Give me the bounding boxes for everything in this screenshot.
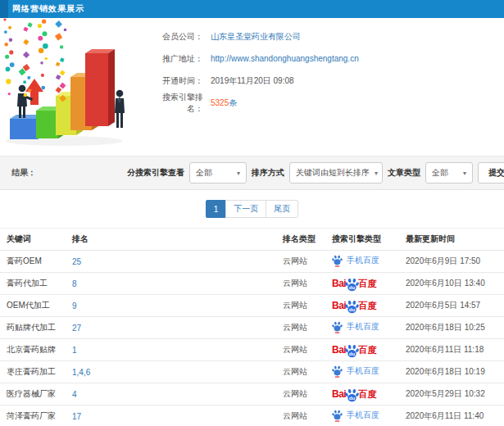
marketing-report-page: 网络营销效果展示 — [0, 0, 504, 426]
engine-cell: Bai du 百度 — [325, 273, 399, 295]
keyword-cell: 枣庄膏药加工 — [0, 361, 66, 383]
keyword-cell: 药贴牌代加工 — [0, 317, 66, 339]
bar-red — [85, 49, 115, 126]
table-row: OEM代加工 9 云网站 Bai du 百度 2020年6月5日 14:57 — [0, 295, 504, 317]
rank-count-value: 5325 — [211, 98, 229, 107]
rank-count-label: 搜索引擎排名： — [148, 92, 203, 115]
keyword-cell: 北京膏药贴牌 — [0, 339, 66, 361]
sort-selected: 关键词由短到长排序 — [296, 167, 370, 179]
submit-button[interactable]: 提交 — [478, 162, 504, 184]
mobile-baidu-label: 手机百度 — [347, 365, 379, 377]
table-row: 药贴牌代加工 27 云网站 手机百度 2020年6月18日 10:25 — [0, 317, 504, 339]
mobile-baidu-icon: 手机百度 — [332, 365, 379, 378]
info-row-company: 会员公司： 山东皇圣堂药业有限公司 — [148, 31, 504, 42]
rank-cell[interactable]: 25 — [66, 251, 276, 273]
mobile-baidu-label: 手机百度 — [347, 255, 379, 266]
engine-cell: Bai du 百度 — [325, 339, 399, 361]
article-type-label: 文章类型 — [388, 167, 420, 179]
baidu-logo-icon: Bai du 百度 — [332, 344, 376, 356]
svg-text:du: du — [349, 284, 356, 289]
header-updated: 最新更新时间 — [399, 229, 504, 251]
pagination: 1 下一页 尾页 — [0, 190, 504, 228]
engine-cell: 手机百度 — [325, 361, 399, 383]
filter-bar: 结果： 分搜索引擎查看 全部 ▾ 排序方式 关键词由短到长排序 ▾ 文章类型 全… — [0, 156, 504, 190]
baidu-logo-icon: Bai du 百度 — [332, 300, 376, 312]
keyword-cell: 膏药OEM — [0, 251, 66, 273]
last-page-button[interactable]: 尾页 — [266, 200, 298, 218]
promo-url-label: 推广地址： — [148, 53, 203, 65]
svg-text:du: du — [349, 306, 356, 311]
company-link[interactable]: 山东皇圣堂药业有限公司 — [211, 31, 301, 43]
updated-cell: 2020年6月5日 14:57 — [399, 295, 504, 317]
rank-type-cell: 云网站 — [276, 251, 325, 273]
engine-view-select[interactable]: 全部 ▾ — [189, 162, 247, 184]
filter-controls: 分搜索引擎查看 全部 ▾ 排序方式 关键词由短到长排序 ▾ 文章类型 全部 ▾ … — [127, 162, 504, 184]
updated-cell: 2020年6月11日 11:40 — [399, 406, 504, 426]
table-row: 北京膏药贴牌 1 云网站 Bai du 百度 2020年6月11日 11:18 — [0, 339, 504, 361]
table-row: 枣庄膏药加工 1,4,6 云网站 手机百度 2020年6月18日 10:19 — [0, 361, 504, 383]
info-row-open-time: 开通时间： 2019年11月20日 09:08 — [148, 75, 504, 86]
rank-type-cell: 云网站 — [276, 273, 325, 295]
sort-select[interactable]: 关键词由短到长排序 ▾ — [289, 162, 383, 184]
engine-cell: Bai du 百度 — [325, 295, 399, 317]
table-header-row: 关键词 排名 排名类型 搜索引擎类型 最新更新时间 — [0, 229, 504, 251]
rank-type-cell: 云网站 — [276, 406, 325, 426]
mobile-baidu-label: 手机百度 — [347, 321, 379, 333]
rank-cell[interactable]: 9 — [66, 295, 276, 317]
dropdown-caret-icon: ▾ — [370, 170, 378, 177]
member-info-section: 会员公司： 山东皇圣堂药业有限公司 推广地址： http://www.shand… — [0, 18, 504, 156]
engine-cell: 手机百度 — [325, 317, 399, 339]
rank-cell[interactable]: 27 — [66, 317, 276, 339]
table-row: 膏药OEM 25 云网站 手机百度 2020年6月9日 17:50 — [0, 251, 504, 273]
rank-cell[interactable]: 1,4,6 — [66, 361, 276, 383]
page-button-current[interactable]: 1 — [206, 200, 227, 218]
engine-cell: Bai du 百度 — [325, 383, 399, 406]
engine-cell: 手机百度 — [325, 406, 399, 426]
next-page-button[interactable]: 下一页 — [225, 200, 266, 218]
svg-text:du: du — [349, 351, 356, 356]
info-row-url: 推广地址： http://www.shandonghuangshengtang.… — [148, 53, 504, 64]
table-row: 膏药代加工 8 云网站 Bai du 百度 2020年6月10日 13:40 — [0, 273, 504, 295]
header-rank: 排名 — [66, 229, 276, 251]
businessman-right — [115, 90, 125, 128]
table-row: 医疗器械厂家 4 云网站 Bai du 百度 2020年5月29日 10:32 — [0, 383, 504, 406]
rank-type-cell: 云网站 — [276, 295, 325, 317]
engine-view-label: 分搜索引擎查看 — [127, 167, 184, 179]
updated-cell: 2020年6月10日 13:40 — [399, 273, 504, 295]
engine-cell: 手机百度 — [325, 251, 399, 273]
rank-type-cell: 云网站 — [276, 317, 325, 339]
rank-type-cell: 云网站 — [276, 383, 325, 406]
article-type-selected: 全部 — [432, 167, 448, 179]
keyword-ranking-table: 关键词 排名 排名类型 搜索引擎类型 最新更新时间 膏药OEM 25 云网站 手… — [0, 228, 504, 426]
title-bar: 网络营销效果展示 — [0, 0, 504, 18]
rank-cell[interactable]: 17 — [66, 406, 276, 426]
header-keyword: 关键词 — [0, 229, 66, 251]
keyword-cell: 医疗器械厂家 — [0, 383, 66, 406]
engine-view-selected: 全部 — [196, 167, 212, 179]
updated-cell: 2020年6月11日 11:18 — [399, 339, 504, 361]
sort-label: 排序方式 — [252, 167, 284, 179]
promo-url-link[interactable]: http://www.shandonghuangshengtang.cn — [211, 54, 359, 63]
open-time-label: 开通时间： — [148, 75, 203, 87]
rank-cell[interactable]: 1 — [66, 339, 276, 361]
updated-cell: 2020年6月18日 10:25 — [399, 317, 504, 339]
dropdown-caret-icon: ▾ — [458, 170, 466, 177]
header-engine-type: 搜索引擎类型 — [325, 229, 399, 251]
table-row: 菏泽膏药厂家 17 云网站 手机百度 2020年6月11日 11:40 — [0, 406, 504, 426]
mobile-baidu-icon: 手机百度 — [332, 321, 379, 333]
baidu-logo-icon: Bai du 百度 — [332, 388, 376, 401]
keyword-cell: 膏药代加工 — [0, 273, 66, 295]
mobile-baidu-icon: 手机百度 — [332, 410, 379, 422]
keyword-cell: 菏泽膏药厂家 — [0, 406, 66, 426]
dropdown-caret-icon: ▾ — [232, 170, 240, 177]
article-type-select[interactable]: 全部 ▾ — [425, 162, 473, 184]
rank-cell[interactable]: 8 — [66, 273, 276, 295]
rank-cell[interactable]: 4 — [66, 383, 276, 406]
company-label: 会员公司： — [148, 31, 203, 43]
updated-cell: 2020年6月18日 10:19 — [399, 361, 504, 383]
header-rank-type: 排名类型 — [276, 229, 325, 251]
svg-text:du: du — [349, 395, 356, 400]
mobile-baidu-icon: 手机百度 — [332, 255, 379, 267]
rank-type-cell: 云网站 — [276, 339, 325, 361]
rank-type-cell: 云网站 — [276, 361, 325, 383]
